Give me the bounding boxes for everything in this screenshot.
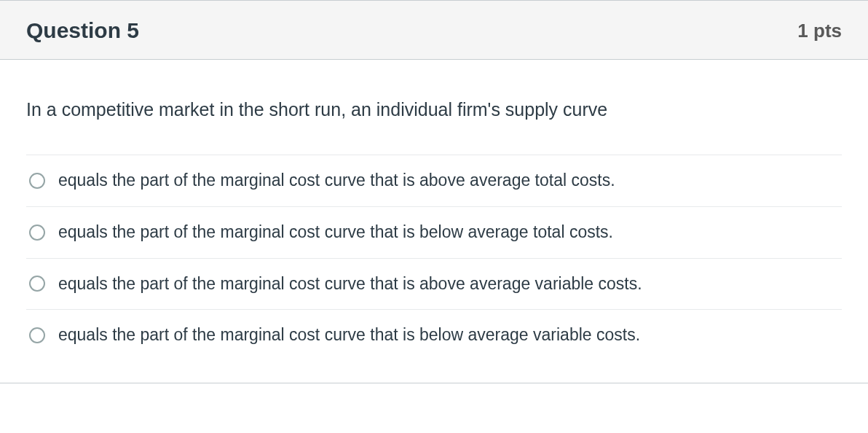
answer-text: equals the part of the marginal cost cur… [58, 324, 640, 346]
radio-icon[interactable] [29, 173, 45, 189]
radio-icon[interactable] [29, 276, 45, 292]
answer-option[interactable]: equals the part of the marginal cost cur… [26, 310, 842, 361]
answer-option[interactable]: equals the part of the marginal cost cur… [26, 207, 842, 259]
answer-list: equals the part of the marginal cost cur… [26, 155, 842, 362]
answer-option[interactable]: equals the part of the marginal cost cur… [26, 259, 842, 311]
answer-option[interactable]: equals the part of the marginal cost cur… [26, 155, 842, 207]
question-points: 1 pts [797, 20, 842, 42]
question-prompt: In a competitive market in the short run… [26, 60, 842, 155]
question-body: In a competitive market in the short run… [0, 60, 868, 383]
question-header: Question 5 1 pts [0, 1, 868, 60]
radio-icon[interactable] [29, 327, 45, 343]
radio-icon[interactable] [29, 225, 45, 241]
question-title: Question 5 [26, 18, 139, 43]
answer-text: equals the part of the marginal cost cur… [58, 222, 613, 243]
answer-text: equals the part of the marginal cost cur… [58, 273, 642, 295]
question-card: Question 5 1 pts In a competitive market… [0, 0, 868, 383]
answer-text: equals the part of the marginal cost cur… [58, 170, 615, 192]
